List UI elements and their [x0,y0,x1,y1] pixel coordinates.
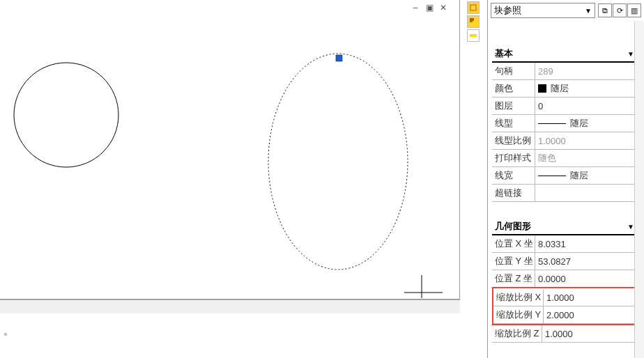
row-layer[interactable]: 图层0 [492,98,637,115]
row-handle[interactable]: 句柄289 [492,63,637,80]
color-swatch-icon [538,84,546,93]
row-color[interactable]: 颜色随层 [492,80,637,98]
row-plotstyle[interactable]: 打印样式随色 [492,150,637,167]
tool-icon-3[interactable] [467,29,480,42]
tool-icon-1[interactable] [467,1,480,14]
collapse-icon: ▼ [627,50,634,58]
properties-panel: 块参照 ▼ ⧉ ⟳ ▥ 基本 ▼ 句柄289 颜色随层 图层0 线型随层 线型比… [487,0,644,358]
svg-rect-5 [470,5,476,10]
row-hyperlink[interactable]: 超链接 [492,185,637,202]
svg-point-0 [14,63,118,167]
row-scalex[interactable]: 缩放比例 X1.0000 [493,289,636,306]
row-scalez[interactable]: 缩放比例 Z1.0000 [492,325,637,343]
row-linetype[interactable]: 线型随层 [492,115,637,132]
svg-rect-8 [470,34,477,37]
select-value: 块参照 [494,4,521,17]
panel-header: 块参照 ▼ ⧉ ⟳ ▥ [488,0,644,21]
command-area[interactable] [0,313,460,355]
chevron-down-icon: ▼ [585,7,592,15]
drawing-canvas[interactable]: – ▣ ✕ [0,0,460,299]
row-scaley[interactable]: 缩放比例 Y2.0000 [493,306,636,324]
collapse-icon: ▼ [627,223,634,231]
section-title: 基本 [495,47,513,60]
svg-point-1 [268,54,408,270]
scale-highlight: 缩放比例 X1.0000 缩放比例 Y2.0000 [492,287,637,325]
row-posy[interactable]: 位置 Y 坐53.0827 [492,253,637,270]
section-basic[interactable]: 基本 ▼ [492,46,637,63]
quick-select-icon[interactable]: ⟳ [613,3,627,17]
status-bar [0,299,460,313]
row-posx[interactable]: 位置 X 坐8.0331 [492,235,637,253]
dot-icon [4,333,7,336]
object-type-select[interactable]: 块参照 ▼ [491,3,595,18]
scrollbar[interactable] [634,21,644,358]
line-sample-icon [538,123,566,124]
row-posz[interactable]: 位置 Z 坐0.0000 [492,270,637,288]
row-ltscale[interactable]: 线型比例1.0000 [492,132,637,150]
svg-rect-2 [336,55,342,61]
line-sample-icon [538,176,566,176]
canvas-svg [0,0,460,299]
section-title: 几何图形 [495,220,531,233]
tool-strip [467,1,482,42]
section-geometry[interactable]: 几何图形 ▼ [492,219,637,235]
pick-icon[interactable]: ⧉ [598,3,612,17]
svg-rect-7 [473,21,477,25]
row-lineweight[interactable]: 线宽随层 [492,167,637,185]
toggle-icon[interactable]: ▥ [627,3,641,17]
tool-icon-2[interactable] [467,15,480,28]
panel-body: 基本 ▼ 句柄289 颜色随层 图层0 线型随层 线型比例1.0000 打印样式… [488,21,644,358]
